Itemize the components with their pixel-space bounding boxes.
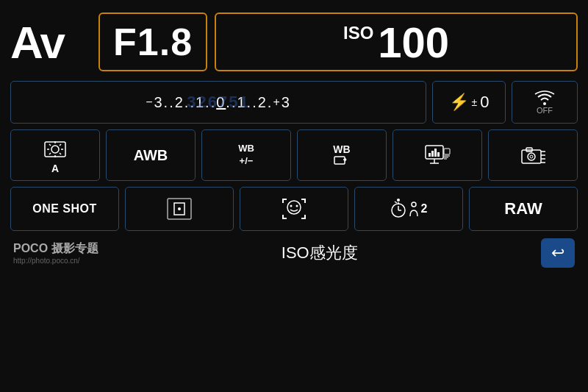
svg-line-7	[60, 144, 61, 146]
af-point-box[interactable]	[125, 187, 234, 231]
shooting-mode: Av	[10, 16, 91, 68]
image-format-label: RAW	[504, 199, 542, 218]
svg-rect-22	[444, 149, 450, 154]
aperture-box[interactable]: F1.8	[98, 13, 207, 71]
svg-line-9	[60, 153, 61, 154]
flash-icon: ⚡	[449, 93, 469, 112]
brand-logo: POCO 摄影专题	[13, 241, 98, 257]
exposure-row: −3..2..1..0..1..2.+3 326751 ⚡ ± 0 OFF	[10, 81, 578, 124]
brand-info: POCO 摄影专题 http://photo.poco.cn/	[13, 241, 98, 265]
svg-point-46	[412, 202, 416, 207]
flash-comp-symbol: ±	[472, 96, 478, 108]
wifi-box[interactable]: OFF	[512, 81, 578, 124]
self-timer-value: 2	[421, 202, 428, 215]
wb-shift-box[interactable]: WB	[297, 129, 387, 181]
svg-point-0	[543, 102, 546, 105]
svg-point-38	[290, 205, 293, 207]
svg-point-2	[51, 146, 59, 153]
iso-box[interactable]: ISO 100	[215, 13, 578, 71]
svg-rect-11	[334, 157, 345, 164]
wb-box[interactable]: AWB	[106, 129, 196, 181]
aperture-value: F1.8	[113, 20, 193, 64]
settings-row-1: A AWB WB+/− WB	[10, 129, 578, 181]
svg-rect-20	[434, 149, 437, 157]
af-mode-box[interactable]: ONE SHOT	[10, 187, 119, 231]
svg-point-39	[296, 205, 298, 207]
svg-point-28	[528, 153, 535, 160]
exposure-scale-box[interactable]: −3..2..1..0..1..2.+3 326751	[10, 81, 426, 124]
back-button[interactable]: ↩	[541, 238, 575, 268]
flash-compensation-box[interactable]: ⚡ ± 0	[432, 81, 506, 124]
svg-line-8	[49, 153, 51, 154]
metering-label: A	[51, 163, 59, 174]
exposure-scale: −3..2..1..0..1..2.+3	[146, 94, 291, 111]
settings-row-2: ONE SHOT	[10, 187, 578, 231]
svg-point-37	[287, 201, 301, 214]
wb-shift-label: WB	[333, 143, 350, 167]
af-mode-label: ONE SHOT	[32, 202, 97, 215]
face-detect-box[interactable]	[240, 187, 348, 231]
flash-comp-value: 0	[480, 93, 489, 112]
svg-point-29	[530, 155, 533, 158]
iso-label: ISO	[343, 23, 373, 43]
svg-rect-21	[437, 152, 440, 157]
iso-label-bottom: ISO感光度	[98, 242, 541, 264]
wb-adjust-box[interactable]: WB+/−	[201, 129, 291, 181]
svg-line-10	[49, 144, 51, 146]
svg-line-42	[395, 202, 397, 203]
display-box[interactable]	[392, 129, 482, 181]
svg-point-45	[397, 199, 400, 202]
svg-rect-18	[429, 153, 431, 157]
wb-adjust-label: WB+/−	[238, 143, 254, 168]
camera-settings-box[interactable]	[488, 129, 578, 181]
brand-url: http://photo.poco.cn/	[13, 257, 98, 265]
top-row: Av F1.8 ISO 100	[10, 9, 578, 75]
image-format-box[interactable]: RAW	[469, 187, 578, 231]
svg-rect-19	[431, 151, 434, 157]
wifi-status: OFF	[537, 106, 553, 115]
self-timer-content: 2	[390, 199, 428, 219]
iso-value: 100	[378, 18, 449, 67]
wifi-icon	[534, 90, 556, 106]
metering-box[interactable]: A	[10, 129, 100, 181]
camera-screen: Av F1.8 ISO 100 −3..2..1..0..1..2.+3 326…	[0, 0, 588, 392]
self-timer-box[interactable]: 2	[354, 187, 463, 231]
awb-label: AWB	[134, 147, 168, 164]
svg-point-36	[178, 207, 181, 210]
bottom-bar: POCO 摄影专题 http://photo.poco.cn/ ISO感光度 ↩	[10, 238, 578, 268]
back-icon: ↩	[551, 243, 564, 263]
